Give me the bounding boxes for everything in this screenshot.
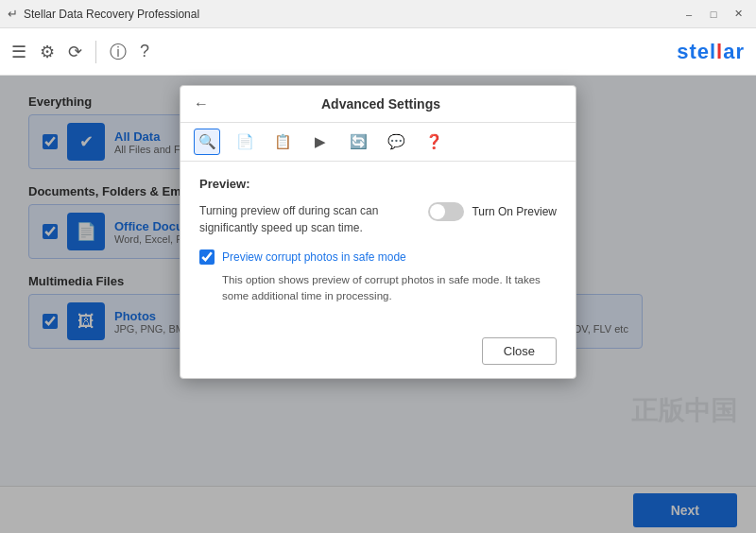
dialog-title: Advanced Settings [218, 96, 543, 112]
tab-file2[interactable]: 📋 [269, 129, 296, 155]
history-icon[interactable]: ⟳ [68, 42, 82, 62]
preview-description: Turning preview off during scan can sign… [199, 202, 407, 236]
safe-mode-checkbox-row: Preview corrupt photos in safe mode [199, 249, 557, 265]
file2-icon: 📋 [274, 133, 292, 150]
dialog-header: ← Advanced Settings [180, 86, 576, 123]
toolbar-separator [95, 41, 96, 63]
info2-icon[interactable]: ? [140, 42, 149, 61]
advanced-settings-dialog: ← Advanced Settings 🔍 📄 📋 ▶ 🔄 [180, 85, 576, 379]
tab-scan[interactable]: 🔍 [194, 129, 220, 155]
tab-play[interactable]: ▶ [307, 129, 334, 155]
title-bar-left: ↵ Stellar Data Recovery Professional [8, 7, 199, 21]
stellar-logo: stellar [677, 40, 745, 64]
toggle-label-row: Turn On Preview [428, 202, 557, 221]
play-icon: ▶ [315, 133, 326, 150]
refresh-icon: 🔄 [350, 133, 368, 150]
dialog-tabs: 🔍 📄 📋 ▶ 🔄 💬 ❓ [180, 123, 576, 162]
tab-chat[interactable]: 💬 [383, 129, 409, 155]
preview-section-title: Preview: [199, 177, 557, 191]
preview-toggle[interactable] [428, 202, 464, 221]
dialog-back-button[interactable]: ← [194, 95, 209, 112]
safe-mode-checkbox[interactable] [199, 249, 215, 265]
chat-icon: 💬 [387, 133, 405, 150]
tab-help[interactable]: ❓ [421, 129, 447, 155]
minimize-button[interactable]: – [679, 4, 699, 25]
toggle-label-text: Turn On Preview [472, 205, 557, 218]
tab-file1[interactable]: 📄 [232, 129, 258, 155]
safe-mode-label: Preview corrupt photos in safe mode [222, 250, 406, 264]
help-icon: ❓ [425, 133, 443, 150]
tab-refresh[interactable]: 🔄 [345, 129, 371, 155]
title-bar-title: Stellar Data Recovery Professional [24, 8, 199, 21]
toolbar-left: ☰ ⚙ ⟳ ⓘ ? [11, 41, 149, 63]
dialog-footer: Close [180, 337, 576, 378]
app-body: Everything ✔ All Data All Files and Fold… [0, 76, 756, 533]
dialog-body: Preview: Turning preview off during scan… [180, 162, 576, 337]
restore-button[interactable]: □ [703, 4, 724, 25]
dialog-close-button[interactable]: Close [482, 337, 557, 365]
file1-icon: 📄 [236, 133, 254, 150]
info1-icon[interactable]: ⓘ [110, 41, 127, 63]
title-bar-back-icon[interactable]: ↵ [8, 7, 18, 21]
overlay: ← Advanced Settings 🔍 📄 📋 ▶ 🔄 [0, 76, 756, 533]
toolbar: ☰ ⚙ ⟳ ⓘ ? stellar [0, 28, 756, 76]
close-button[interactable]: ✕ [728, 4, 748, 25]
settings-icon[interactable]: ⚙ [40, 42, 55, 62]
scan-icon: 🔍 [198, 133, 216, 150]
menu-icon[interactable]: ☰ [11, 42, 26, 62]
title-bar: ↵ Stellar Data Recovery Professional – □… [0, 0, 756, 28]
preview-toggle-row: Turning preview off during scan can sign… [199, 202, 557, 236]
title-bar-controls: – □ ✕ [679, 4, 748, 25]
safe-mode-description: This option shows preview of corrupt pho… [222, 272, 557, 305]
